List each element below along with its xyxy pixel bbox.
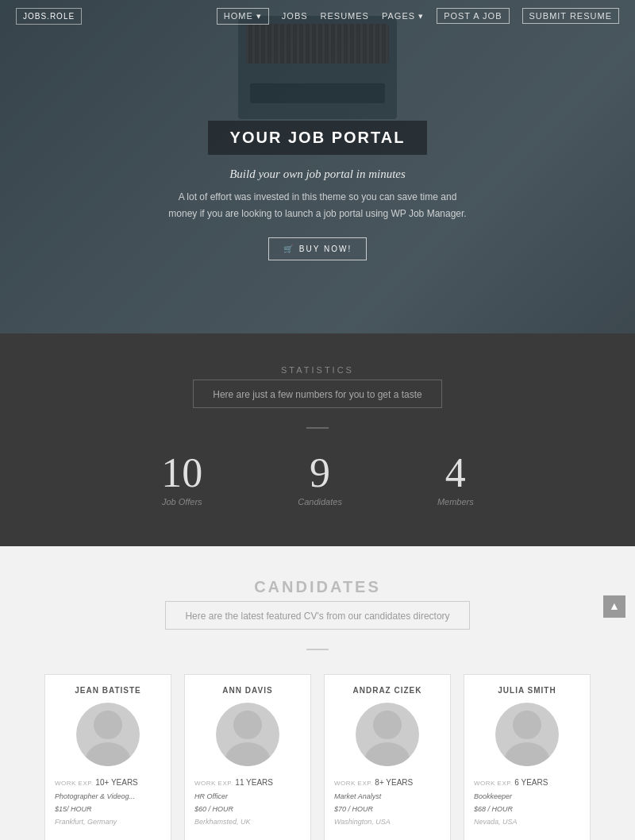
candidate-avatar-jean (76, 703, 140, 766)
stats-tag: STATISTICS (16, 365, 619, 375)
candidate-info-ann: WORK EXP. 11 YEARS HR Officer $60 / HOUR… (194, 776, 301, 829)
hero-button-label: BUY NOW! (299, 245, 352, 253)
hero-description: A lot of effort was invested in this the… (167, 189, 468, 222)
stat-candidates: 9 Candidates (298, 453, 342, 507)
svg-point-4 (373, 711, 402, 739)
hero-content: YOUR JOB PORTAL Build your own job porta… (167, 121, 468, 260)
stats-header: STATISTICS Here are just a few numbers f… (16, 365, 619, 416)
candidates-grid: JEAN BATISTE WORK EXP. 10+ YEARS Photogr… (24, 674, 611, 840)
stat-label-jobs: Job Offers (161, 497, 202, 507)
nav-post-job[interactable]: POST A JOB (437, 8, 509, 24)
candidate-info-andraz: WORK EXP. 8+ YEARS Market Analyst $70 / … (334, 776, 441, 829)
svg-point-2 (233, 711, 262, 739)
svg-point-6 (513, 711, 541, 739)
hero-title-box: YOUR JOB PORTAL (208, 121, 428, 155)
candidate-card-julia[interactable]: JULIA SMITH WORK EXP. 6 YEARS Bookkeeper… (464, 674, 591, 840)
svg-point-1 (86, 742, 130, 766)
candidate-name-ann: ANN DAVIS (194, 686, 301, 695)
stats-divider (306, 427, 329, 429)
candidate-name-jean: JEAN BATISTE (55, 686, 161, 695)
nav-logo: JOBS.ROLE (16, 8, 82, 25)
candidate-card-andraz[interactable]: ANDRAZ CIZEK WORK EXP. 8+ YEARS Market A… (324, 674, 451, 840)
candidate-card-jean[interactable]: JEAN BATISTE WORK EXP. 10+ YEARS Photogr… (44, 674, 171, 840)
hero-title: YOUR JOB PORTAL (230, 129, 406, 147)
stat-label-members: Members (437, 497, 474, 507)
nav-pages[interactable]: PAGES ▾ (382, 11, 424, 21)
nav-resumes[interactable]: RESUMES (321, 11, 369, 21)
candidate-name-julia: JULIA SMITH (474, 686, 580, 695)
svg-point-7 (505, 742, 549, 766)
hero-section: JOBS.ROLE HOME ▾ JOBS RESUMES PAGES ▾ PO… (0, 0, 635, 333)
navbar: JOBS.ROLE HOME ▾ JOBS RESUMES PAGES ▾ PO… (0, 0, 635, 32)
candidates-subtitle: Here are the latest featured CV's from o… (185, 611, 449, 622)
nav-links: HOME ▾ JOBS RESUMES PAGES ▾ POST A JOB S… (217, 8, 619, 25)
stat-job-offers: 10 Job Offers (161, 453, 202, 507)
candidates-subtitle-box: Here are the latest featured CV's from o… (165, 601, 469, 630)
candidate-info-jean: WORK EXP. 10+ YEARS Photographer & Video… (55, 776, 161, 829)
candidate-avatar-andraz (356, 703, 419, 766)
stat-label-candidates: Candidates (298, 497, 342, 507)
stat-number-candidates: 9 (298, 453, 342, 494)
stats-subtitle: Here are just a few numbers for you to g… (213, 389, 421, 400)
candidate-avatar-ann (216, 703, 279, 766)
candidate-info-julia: WORK EXP. 6 YEARS Bookkeeper $68 / HOUR … (474, 776, 580, 829)
statistics-section: STATISTICS Here are just a few numbers f… (0, 333, 635, 546)
hero-subtitle: Build your own job portal in minutes (167, 168, 468, 181)
nav-jobs[interactable]: JOBS (282, 11, 308, 21)
candidates-header: CANDIDATES Here are the latest featured … (24, 578, 611, 638)
candidate-card-ann[interactable]: ANN DAVIS WORK EXP. 11 YEARS HR Officer … (184, 674, 311, 840)
candidates-tag: CANDIDATES (24, 578, 611, 596)
nav-submit-resume[interactable]: SUBMIT RESUME (522, 8, 619, 24)
nav-home[interactable]: HOME ▾ (217, 8, 269, 25)
candidates-divider (306, 649, 329, 650)
candidate-name-andraz: ANDRAZ CIZEK (334, 686, 441, 695)
stats-numbers: 10 Job Offers 9 Candidates 4 Members (16, 453, 619, 507)
svg-point-0 (94, 711, 122, 739)
stats-subtitle-box: Here are just a few numbers for you to g… (193, 380, 441, 408)
buy-now-button[interactable]: 🛒 BUY NOW! (268, 237, 367, 260)
candidates-section: CANDIDATES Here are the latest featured … (0, 546, 635, 840)
stat-members: 4 Members (437, 453, 474, 507)
cart-icon: 🛒 (283, 245, 294, 253)
stat-number-jobs: 10 (161, 453, 202, 494)
svg-point-3 (225, 742, 270, 766)
scroll-up-icon: ▲ (609, 601, 620, 612)
svg-point-5 (365, 742, 410, 766)
stat-number-members: 4 (437, 453, 474, 494)
scroll-up-button[interactable]: ▲ (603, 595, 625, 618)
candidate-avatar-julia (495, 703, 559, 766)
